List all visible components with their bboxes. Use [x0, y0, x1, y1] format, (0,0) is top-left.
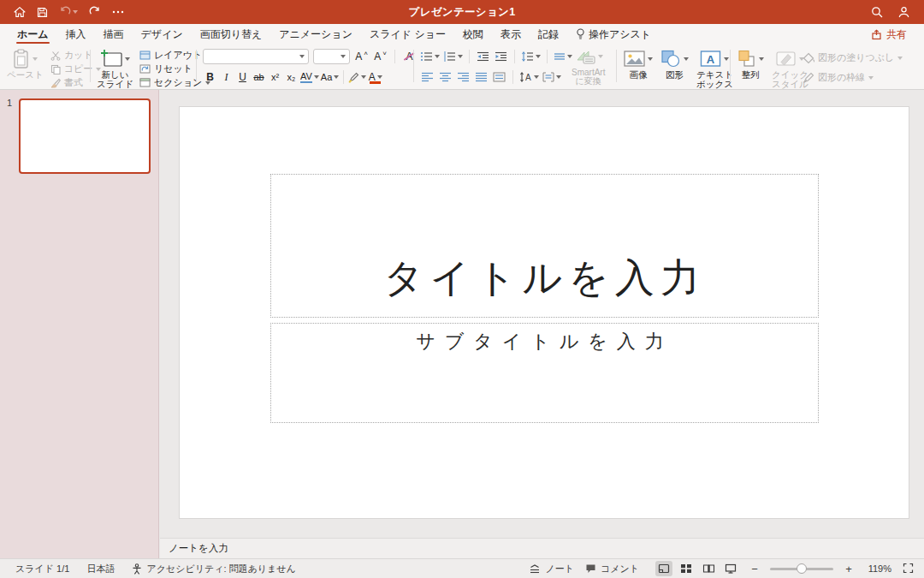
subtitle-placeholder[interactable]: サブタイトルを入力: [270, 323, 819, 423]
smartart-convert-button[interactable]: [576, 49, 603, 64]
new-slide-button[interactable]: 新しいスライド: [97, 47, 133, 89]
fit-slide-button[interactable]: [903, 563, 914, 575]
clear-format-button[interactable]: A: [402, 49, 417, 64]
layout-icon: [139, 51, 151, 60]
zoom-slider-thumb[interactable]: [797, 563, 807, 574]
home-button[interactable]: [14, 6, 26, 18]
italic-button[interactable]: I: [219, 69, 234, 85]
font-size-combo[interactable]: [313, 49, 350, 64]
layout-button[interactable]: レイアウト: [139, 49, 210, 62]
language-indicator[interactable]: 日本語: [86, 563, 115, 575]
save-button[interactable]: [37, 7, 48, 18]
search-button[interactable]: [871, 6, 883, 18]
home-icon: [14, 6, 26, 18]
cut-button[interactable]: カット: [50, 49, 102, 62]
tab-home[interactable]: ホーム: [9, 24, 57, 45]
text-direction-icon: A: [519, 72, 532, 82]
zoom-slider[interactable]: [770, 563, 833, 574]
font-color-caret: [377, 75, 382, 79]
ribbon-tab-bar: ホーム 挿入 描画 デザイン 画面切り替え アニメーション スライド ショー 校…: [0, 24, 924, 45]
character-spacing-caret: [314, 75, 319, 79]
line-spacing-button[interactable]: [521, 49, 541, 64]
highlight-pen-caret: [361, 75, 366, 79]
font-name-combo[interactable]: [203, 49, 309, 64]
paste-button[interactable]: ペースト: [7, 47, 44, 89]
align-text-button[interactable]: [542, 69, 561, 85]
bullet-list-button[interactable]: [420, 49, 440, 64]
insert-image-button[interactable]: 画像: [624, 47, 653, 89]
align-right-button[interactable]: [456, 69, 471, 85]
tab-transitions[interactable]: 画面切り替え: [192, 24, 271, 45]
justify-icon: [475, 72, 488, 82]
slide-thumbnail-panel: 1: [0, 90, 159, 558]
align-text-icon: [542, 72, 554, 82]
arrange-button[interactable]: 整列: [737, 47, 764, 89]
align-left-button[interactable]: [420, 69, 435, 85]
shape-fill-button[interactable]: 図形の塗りつぶし: [803, 51, 903, 64]
format-painter-button[interactable]: 書式: [50, 76, 102, 89]
slideshow-view-button[interactable]: [722, 561, 739, 576]
comments-toggle-button[interactable]: コメント: [585, 563, 639, 575]
copy-button[interactable]: コピー: [50, 63, 102, 75]
shape-outline-button[interactable]: 図形の枠線: [803, 71, 903, 84]
tab-slideshow[interactable]: スライド ショー: [361, 24, 454, 45]
format-painter-icon: [50, 78, 61, 88]
slide-counter[interactable]: スライド 1/1: [15, 563, 69, 575]
decrease-indent-button[interactable]: [476, 49, 490, 64]
redo-button[interactable]: [89, 6, 101, 18]
columns-button[interactable]: [554, 49, 572, 64]
highlight-pen-button[interactable]: [348, 69, 366, 85]
tab-review[interactable]: 校閲: [454, 24, 492, 45]
grow-font-button[interactable]: A˄: [354, 49, 369, 64]
strikethrough-button[interactable]: ab: [252, 69, 266, 85]
tab-view[interactable]: 表示: [492, 24, 530, 45]
title-placeholder[interactable]: タイトルを入力: [270, 174, 819, 318]
share-button[interactable]: 共有: [864, 26, 914, 44]
tab-insert[interactable]: 挿入: [57, 24, 95, 45]
increase-indent-button[interactable]: [494, 49, 508, 64]
zoom-level[interactable]: 119%: [864, 563, 891, 574]
zoom-out-button[interactable]: −: [750, 563, 759, 575]
powerpoint-window: プレゼンテーション1 ホーム 挿入 描画 デザイン 画面切り替え アニメーション…: [0, 0, 924, 578]
tab-animations[interactable]: アニメーション: [270, 24, 361, 45]
tab-draw[interactable]: 描画: [95, 24, 133, 45]
smartart-icon: [576, 49, 596, 65]
numbered-list-button[interactable]: [443, 49, 463, 64]
undo-button[interactable]: [59, 6, 78, 18]
redo-icon: [89, 6, 101, 18]
numbered-list-caret: [458, 55, 463, 58]
more-commands-button[interactable]: [112, 9, 124, 15]
subtitle-placeholder-text: サブタイトルを入力: [416, 329, 673, 355]
subscript-button[interactable]: x₂: [284, 69, 299, 85]
character-spacing-button[interactable]: AV: [300, 69, 319, 85]
text-direction-button[interactable]: A: [519, 69, 539, 85]
superscript-button[interactable]: x²: [268, 69, 282, 85]
account-button[interactable]: [897, 6, 910, 18]
slideshow-icon: [725, 563, 737, 574]
underline-button[interactable]: U: [235, 69, 250, 85]
bold-button[interactable]: B: [203, 69, 217, 85]
shrink-font-button[interactable]: A˅: [373, 49, 388, 64]
justify-button[interactable]: [474, 69, 489, 85]
tab-design[interactable]: デザイン: [133, 24, 192, 45]
font-color-button[interactable]: A: [368, 69, 382, 85]
slide-sorter-view-button[interactable]: [678, 561, 695, 576]
change-case-caret: [334, 75, 339, 79]
tab-record[interactable]: 記録: [530, 24, 567, 45]
notes-toggle-button[interactable]: ノート: [529, 563, 574, 575]
slide-editing-surface[interactable]: タイトルを入力 サブタイトルを入力: [180, 107, 909, 518]
slide-1-thumbnail[interactable]: [19, 98, 151, 174]
reading-view-button[interactable]: [700, 561, 717, 576]
accessibility-checker[interactable]: アクセシビリティ: 問題ありません: [132, 563, 295, 575]
reset-button[interactable]: リセット: [139, 63, 210, 75]
change-case-button[interactable]: Aa: [321, 69, 339, 85]
zoom-in-button[interactable]: +: [844, 563, 853, 575]
section-button[interactable]: セクション: [139, 76, 210, 89]
notes-pane[interactable]: ノートを入力: [160, 538, 924, 558]
tab-tell-me[interactable]: 操作アシスト: [567, 24, 660, 45]
insert-textbox-button[interactable]: A テキストボックス: [696, 47, 733, 89]
normal-view-button[interactable]: [655, 561, 672, 576]
align-center-button[interactable]: [438, 69, 453, 85]
insert-shapes-button[interactable]: 図形: [660, 47, 689, 89]
distribute-text-button[interactable]: [492, 69, 506, 85]
